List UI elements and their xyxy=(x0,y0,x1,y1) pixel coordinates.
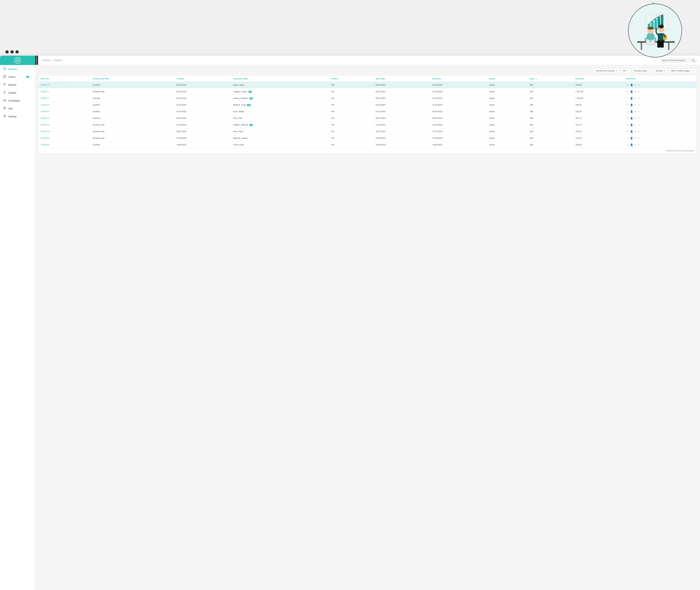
sidebar-item-reports[interactable]: Reports ⌄ xyxy=(0,81,35,89)
info-icon-2[interactable]: ⓘ xyxy=(626,97,629,100)
cell-policy-id-3[interactable]: 20000177 xyxy=(39,102,91,108)
search-icon[interactable]: 🔍 xyxy=(692,59,695,62)
cell-policy-id-1[interactable]: 20000171 xyxy=(39,88,91,95)
col-partner[interactable]: Partner xyxy=(330,76,374,82)
person-icon-5[interactable]: 👤 xyxy=(630,117,633,120)
col-start[interactable]: Start Date xyxy=(374,76,431,82)
upgrade-filter-arrow: ▼ xyxy=(693,70,694,72)
info-icon-3[interactable]: ⓘ xyxy=(626,103,629,106)
refresh-icon-2[interactable]: ↻ xyxy=(634,97,636,100)
col-status[interactable]: Status xyxy=(488,76,528,82)
cell-customer-1[interactable]: Lindgren, Jason +5 xyxy=(232,88,330,95)
col-days[interactable]: Days ▲ xyxy=(528,76,574,82)
edit-icon-5[interactable]: ✎ xyxy=(638,117,640,120)
cell-end-2: 01.03.2023 xyxy=(431,95,487,102)
col-created[interactable]: Created xyxy=(175,76,231,82)
content-area: Active/Future policies ▼ Pet ▼ All polic… xyxy=(35,65,700,590)
status-filter[interactable]: Active/Future policies ▼ xyxy=(594,69,620,73)
sidebar-item-insights[interactable]: Insights xyxy=(0,89,35,97)
product-filter-value: Pet xyxy=(623,70,626,72)
edit-icon-1[interactable]: ✎ xyxy=(638,90,640,93)
info-icon-8[interactable]: ⓘ xyxy=(626,136,629,140)
refresh-icon-9[interactable]: ↻ xyxy=(634,143,636,146)
col-product[interactable]: Product and Plan xyxy=(91,76,175,82)
cell-premium-9: 198.30 xyxy=(574,141,625,148)
edit-icon-7[interactable]: ✎ xyxy=(638,130,640,133)
refresh-icon-1[interactable]: ↻ xyxy=(634,90,636,93)
logo[interactable] xyxy=(14,57,21,64)
info-icon-1[interactable]: ⓘ xyxy=(626,90,629,93)
col-premium[interactable]: Premium xyxy=(574,76,625,82)
cell-policy-id-5[interactable]: 20000216 xyxy=(39,115,91,121)
col-policy-id[interactable]: Policy ID xyxy=(39,76,91,82)
cell-status-1: Active xyxy=(488,88,528,95)
cell-policy-id-8[interactable]: 20000303 xyxy=(39,135,91,141)
illustration-container xyxy=(621,0,686,58)
edit-icon-3[interactable]: ✎ xyxy=(638,104,640,106)
person-icon-4[interactable]: 👤 xyxy=(630,110,633,113)
sidebar-item-settings[interactable]: Settings ⌄ xyxy=(0,112,35,120)
cell-customer-0[interactable]: Harris, Daryl xyxy=(232,82,330,88)
refresh-icon-5[interactable]: ↻ xyxy=(634,117,636,120)
plans-filter[interactable]: All plans ▼ xyxy=(653,69,668,73)
sidebar-item-campaigns[interactable]: Campaigns xyxy=(0,97,35,104)
refresh-icon-6[interactable]: ↻ xyxy=(634,123,636,126)
info-icon-4[interactable]: ⓘ xyxy=(626,110,629,113)
edit-icon-6[interactable]: ✎ xyxy=(638,123,640,126)
search-container[interactable]: 🔍 xyxy=(660,58,697,63)
sidebar-item-claims[interactable]: Claims 2 ⌄ xyxy=(0,73,35,81)
person-icon-8[interactable]: 👤 xyxy=(630,137,633,139)
sidebar-item-policies[interactable]: Policies ⌄ xyxy=(0,65,35,73)
refresh-icon-8[interactable]: ↻ xyxy=(634,137,636,139)
info-icon-9[interactable]: ⓘ xyxy=(626,143,629,146)
info-icon-7[interactable]: ⓘ xyxy=(626,130,629,133)
upgrade-filter[interactable]: With or without upgra... ▼ xyxy=(669,69,696,73)
cell-customer-9[interactable]: Frami, Kobe xyxy=(232,141,330,148)
traffic-light-green[interactable] xyxy=(15,50,19,54)
cell-customer-7[interactable]: Yess, Janni xyxy=(232,128,330,135)
cell-policy-id-0[interactable]: 20000170 xyxy=(39,82,91,88)
cell-policy-id-4[interactable]: 20000183 xyxy=(39,108,91,115)
breadcrumb-policies[interactable]: Policies xyxy=(42,59,51,62)
person-icon-2[interactable]: 👤 xyxy=(630,97,633,100)
col-customer[interactable]: Customer Name xyxy=(232,76,330,82)
cell-customer-2[interactable]: Chiesa, Federico +5 xyxy=(232,95,330,102)
cell-policy-id-2[interactable]: 20000172 xyxy=(39,95,91,102)
info-icon-5[interactable]: ⓘ xyxy=(626,116,629,120)
col-shortcuts[interactable]: Shortcuts xyxy=(625,76,697,82)
refresh-icon-0[interactable]: ↻ xyxy=(634,84,636,86)
person-icon-6[interactable]: 👤 xyxy=(630,123,633,126)
refresh-icon-4[interactable]: ↻ xyxy=(634,110,636,113)
info-icon-6[interactable]: ⓘ xyxy=(626,123,629,126)
cell-customer-5[interactable]: Test, John xyxy=(232,115,330,121)
breadcrumb-policies-2[interactable]: Policies xyxy=(54,59,62,62)
edit-icon-2[interactable]: ✎ xyxy=(638,97,640,100)
edit-icon-4[interactable]: ✎ xyxy=(638,110,640,113)
cell-policy-id-6[interactable]: 20000234 xyxy=(39,121,91,128)
traffic-light-red[interactable] xyxy=(5,50,9,54)
search-input[interactable] xyxy=(662,59,691,62)
traffic-light-yellow[interactable] xyxy=(10,50,14,54)
type-filter[interactable]: All policy types ▼ xyxy=(632,69,652,73)
person-icon-0[interactable]: 👤 xyxy=(630,84,633,86)
person-icon-3[interactable]: 👤 xyxy=(630,104,633,106)
person-icon-1[interactable]: 👤 xyxy=(630,90,633,93)
edit-icon-8[interactable]: ✎ xyxy=(638,137,640,139)
sidebar-item-add[interactable]: Add ⌄ xyxy=(0,104,35,112)
cell-customer-4[interactable]: Koss, Mattie xyxy=(232,108,330,115)
svg-point-29 xyxy=(4,68,5,69)
cell-customer-3[interactable]: Abshire, Craig +5 xyxy=(232,102,330,108)
cell-customer-6[interactable]: Villalba, Gabriela +1 xyxy=(232,121,330,128)
info-icon-0[interactable]: ⓘ xyxy=(626,83,629,87)
person-icon-7[interactable]: 👤 xyxy=(630,130,633,133)
col-end[interactable]: End Date xyxy=(431,76,487,82)
edit-icon-9[interactable]: ✎ xyxy=(638,143,640,146)
cell-policy-id-7[interactable]: 20000248 xyxy=(39,128,91,135)
refresh-icon-7[interactable]: ↻ xyxy=(634,130,636,133)
person-icon-9[interactable]: 👤 xyxy=(630,143,633,146)
product-filter[interactable]: Pet ▼ xyxy=(621,69,631,73)
cell-customer-8[interactable]: Harrison, James xyxy=(232,135,330,141)
cell-policy-id-9[interactable]: 20000305 xyxy=(39,141,91,148)
edit-icon-0[interactable]: ✎ xyxy=(638,84,640,86)
refresh-icon-3[interactable]: ↻ xyxy=(634,104,636,106)
